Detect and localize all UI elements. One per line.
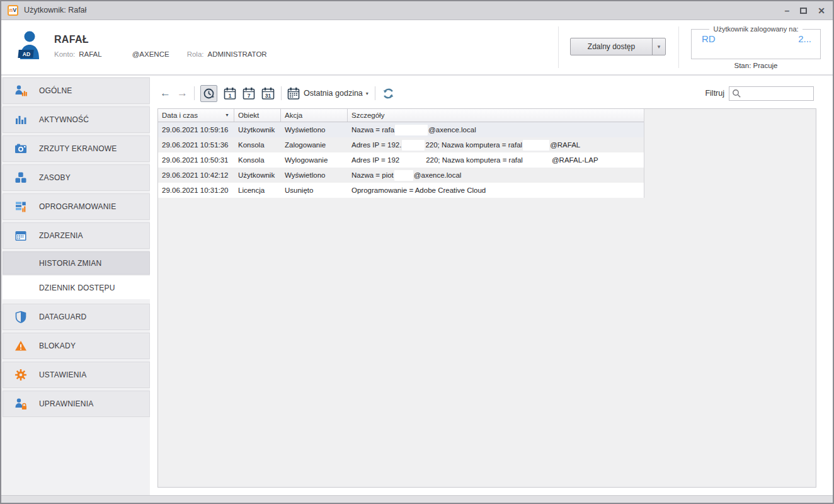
sort-desc-icon: ▼ (225, 109, 234, 122)
minimize-icon[interactable]: – (784, 6, 789, 15)
sidebar-item-label: DZIENNIK DOSTĘPU (39, 284, 115, 292)
sidebar-item-label: BLOKADY (39, 341, 76, 350)
redacted-text (523, 155, 551, 166)
column-header-datetime[interactable]: Data i czas ▼ (158, 109, 234, 122)
column-header-details[interactable]: Szczegóły (348, 109, 644, 122)
user-meta: Konto:RAFAL@AXENCERola:ADMINISTRATOR (54, 50, 271, 58)
main-content: ← → 1 (150, 77, 833, 495)
filter-input[interactable] (729, 86, 814, 101)
close-icon[interactable]: ✕ (818, 6, 825, 15)
sidebar-item-label: OPROGRAMOWANIE (39, 202, 116, 211)
sidebar-item-dataguard[interactable]: DATAGUARD (3, 304, 150, 330)
sidebar-item-label: USTAWIENIA (39, 370, 86, 379)
domain-value: @AXENCE (132, 50, 169, 58)
table-row[interactable]: 29.06.2021 10:59:16 Użytkownik Wyświetlo… (158, 122, 644, 137)
redacted-text (402, 140, 425, 151)
cell-action: Wylogowanie (281, 152, 348, 168)
refresh-button[interactable] (382, 88, 394, 100)
sidebar-item-zdarzenia[interactable]: ZDARZENIA (3, 222, 150, 249)
table-row[interactable]: 29.06.2021 10:42:12 Użytkownik Wyświetlo… (158, 168, 644, 183)
search-icon (732, 89, 741, 98)
header-separator (558, 26, 559, 68)
cell-details: Adres IP = 192220; Nazwa komputera = raf… (348, 152, 644, 168)
camera-icon (14, 142, 27, 155)
gear-icon (14, 369, 27, 381)
activity-chart-icon (14, 113, 27, 126)
sidebar-item-historia-zmian[interactable]: HISTORIA ZMIAN (3, 251, 150, 275)
time-range-label: Ostatnia godzina (304, 89, 363, 98)
app-logo-icon: nV (8, 5, 18, 16)
role-value: ADMINISTRATOR (208, 50, 267, 58)
sidebar-item-label: UPRAWNIENIA (39, 399, 93, 408)
sidebar-item-zrzuty-ekranowe[interactable]: ZRZUTY EKRANOWE (3, 135, 150, 162)
software-icon (14, 200, 27, 213)
window-title: Użytkownik: Rafał (24, 6, 86, 14)
forward-arrow-icon[interactable]: → (177, 87, 188, 100)
toolbar-separator (194, 86, 195, 100)
calendar-range-icon (287, 87, 300, 100)
redacted-text (394, 170, 413, 181)
remote-access-button[interactable]: Zdalny dostęp ▾ (570, 38, 666, 55)
shield-icon (14, 311, 27, 323)
filter-label: Filtruj (705, 89, 724, 98)
last-hour-clock-button[interactable] (200, 85, 217, 102)
cell-action: Usunięto (281, 183, 348, 198)
cell-details: Nazwa = piot@axence.local (348, 168, 644, 183)
column-header-action[interactable]: Akcja (281, 109, 348, 122)
calendar-31-icon: 31 (261, 87, 275, 100)
sidebar-item-ogolne[interactable]: OGÓLNE (3, 77, 150, 104)
role-label: Rola: (187, 50, 204, 58)
avatar-badge: AD (23, 51, 30, 57)
window-bottom-strip (1, 495, 833, 503)
refresh-icon (382, 88, 394, 100)
redacted-text (400, 155, 425, 166)
redacted-text (395, 125, 428, 135)
user-name: RAFAŁ (54, 34, 89, 45)
sidebar-item-label: HISTORIA ZMIAN (39, 259, 101, 268)
redacted-text (523, 140, 549, 151)
logged-in-secondary[interactable]: 2... (798, 33, 811, 44)
titlebar: nV Użytkownik: Rafał – ✕ (1, 1, 833, 20)
app-window: nV Użytkownik: Rafał – ✕ AD RAFAŁ Konto:… (0, 0, 834, 504)
cell-datetime: 29.06.2021 10:59:16 (158, 122, 234, 137)
calendar-31-button[interactable]: 31 (261, 87, 275, 100)
column-header-object[interactable]: Obiekt (234, 109, 281, 122)
sidebar-item-uprawnienia[interactable]: UPRAWNIENIA (3, 391, 150, 417)
header-separator (678, 26, 679, 68)
cell-action: Wyświetlono (281, 168, 348, 183)
sidebar-item-ustawienia[interactable]: USTAWIENIA (3, 362, 150, 388)
account-label: Konto: (54, 50, 75, 58)
table-row[interactable]: 29.06.2021 10:51:36 Konsola Zalogowanie … (158, 137, 644, 152)
calendar-7-button[interactable]: 7 (243, 87, 255, 100)
warning-icon (14, 340, 27, 352)
toolbar-separator (375, 86, 375, 100)
svg-text:1: 1 (229, 92, 232, 98)
remote-access-dropdown[interactable]: ▾ (652, 38, 665, 55)
user-avatar: AD (18, 30, 42, 63)
sidebar-item-label: DATAGUARD (39, 312, 86, 321)
calendar-1-button[interactable]: 1 (224, 87, 236, 100)
maximize-icon[interactable] (800, 6, 807, 15)
cell-object: Użytkownik (234, 122, 281, 137)
user-state: Stan: Pracuje (691, 62, 821, 69)
sidebar-item-dziennik-dostepu[interactable]: DZIENNIK DOSTĘPU (3, 276, 150, 299)
sidebar-item-blokady[interactable]: BLOKADY (3, 333, 150, 359)
user-overview-icon (14, 84, 27, 97)
toolbar-separator (281, 86, 282, 100)
user-lock-icon (14, 398, 27, 410)
account-value: RAFAL (79, 50, 101, 58)
sidebar-item-oprogramowanie[interactable]: OPROGRAMOWANIE (3, 193, 150, 220)
back-arrow-icon[interactable]: ← (160, 87, 171, 100)
table-row[interactable]: 29.06.2021 10:50:31 Konsola Wylogowanie … (158, 152, 644, 168)
time-range-dropdown[interactable]: Ostatnia godzina ▾ (287, 87, 368, 100)
sidebar-item-zasoby[interactable]: ZASOBY (3, 164, 150, 191)
logged-in-box: Użytkownik zalogowany na: RD 2... (691, 25, 821, 59)
sidebar-item-aktywnosc[interactable]: AKTYWNOŚĆ (3, 106, 150, 133)
log-panel: Data i czas ▼ Obiekt Akcja Szczegóły 29.… (157, 108, 816, 488)
sidebar-item-label: ZDARZENIA (39, 231, 83, 240)
logged-in-primary[interactable]: RD (702, 33, 716, 44)
logged-in-legend: Użytkownik zalogowany na: (709, 25, 802, 33)
table-header: Data i czas ▼ Obiekt Akcja Szczegóły (158, 109, 644, 122)
table-row[interactable]: 29.06.2021 10:31:20 Licencja Usunięto Op… (158, 183, 644, 198)
cell-object: Użytkownik (234, 168, 281, 183)
